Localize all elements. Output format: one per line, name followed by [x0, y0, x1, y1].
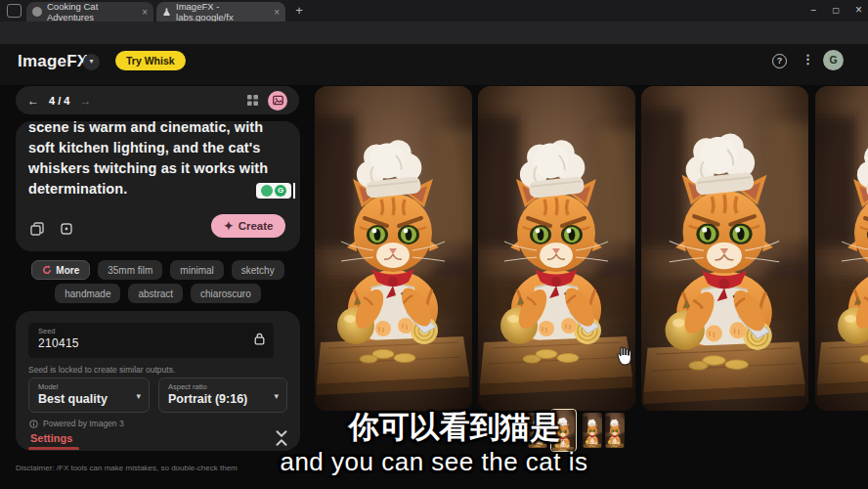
chevron-down-icon: ▾ [274, 391, 279, 401]
dice-icon[interactable] [60, 222, 73, 236]
tab1-favicon [32, 7, 42, 17]
help-icon[interactable]: ? [772, 54, 787, 68]
cat-chef-image [315, 86, 472, 411]
generated-image-3[interactable] [641, 86, 808, 411]
browser-tab-1[interactable]: Cooking Cat Adventures × [26, 2, 153, 22]
refresh-icon [42, 265, 52, 275]
tab-search-icon[interactable] [7, 4, 22, 18]
kebab-menu-icon[interactable]: ⋮ [802, 52, 814, 67]
grammarly-g-icon: G [275, 185, 286, 197]
model-select[interactable]: Model Best quality ▾ [28, 378, 150, 413]
cat-chef-image [815, 86, 868, 411]
pager-back-icon[interactable]: ← [27, 94, 39, 108]
tab1-close-icon[interactable]: × [142, 7, 148, 18]
seed-label: Seed [38, 327, 264, 335]
chip-row-2: handmade abstract chiaroscuro [16, 284, 300, 303]
grammarly-check-icon [261, 185, 273, 197]
browser-tab-strip: Cooking Cat Adventures × ImageFX - labs.… [0, 0, 868, 22]
subtitle-chinese: 你可以看到猫是 [323, 407, 586, 448]
seed-field[interactable]: Seed 210415 [28, 323, 274, 358]
window-controls: − ▢ × [811, 0, 862, 20]
generated-image-4-partial[interactable] [815, 86, 868, 411]
chevron-down-icon: ▾ [89, 57, 93, 66]
chevron-down-icon: ▾ [136, 391, 141, 401]
seed-helper-text: Seed is locked to create similar outputs… [28, 365, 287, 375]
minimize-button[interactable]: − [811, 5, 817, 16]
create-label: Create [239, 220, 274, 232]
style-chip[interactable]: handmade [55, 284, 120, 303]
style-chip[interactable]: minimal [170, 260, 223, 280]
text-cursor [293, 183, 295, 199]
aspect-ratio-value: Portrait (9:16) [168, 392, 278, 406]
tab2-title: ImageFX - labs.google/fx [176, 1, 269, 22]
cat-chef-image [478, 86, 635, 411]
screen: Cooking Cat Adventures × ImageFX - labs.… [0, 0, 868, 489]
result-pager: ← 4 / 4 → [16, 86, 299, 114]
generated-image-1[interactable] [315, 86, 472, 411]
grid-view-icon[interactable] [247, 95, 258, 106]
tab2-flask-favicon [162, 7, 171, 17]
more-chip-label: More [56, 265, 79, 276]
aspect-ratio-label: Aspect ratio [168, 382, 278, 391]
create-button[interactable]: ✦ Create [211, 214, 285, 238]
grammarly-widget[interactable]: G [256, 183, 291, 199]
title-dropdown-button[interactable]: ▾ [83, 54, 100, 70]
collapse-icon[interactable] [273, 429, 290, 447]
chip-row-1: More 35mm film minimal sketchy [16, 260, 300, 280]
pager-forward-icon[interactable]: → [79, 94, 91, 108]
account-avatar[interactable]: G [823, 50, 844, 70]
aspect-ratio-select[interactable]: Aspect ratio Portrait (9:16) ▾ [158, 378, 287, 413]
generated-image-2[interactable] [478, 86, 635, 411]
tab1-title: Cooking Cat Adventures [47, 1, 137, 22]
more-chip[interactable]: More [31, 260, 90, 280]
app-title: ImageFX [18, 52, 88, 71]
sparkle-icon: ✦ [224, 219, 234, 233]
powered-by-text: Powered by Imagen 3 [43, 419, 124, 428]
thumbnail-4[interactable] [605, 413, 625, 448]
tab2-close-icon[interactable]: × [274, 7, 280, 18]
lock-icon[interactable] [254, 333, 265, 345]
style-chip[interactable]: sketchy [232, 260, 284, 280]
maximize-button[interactable]: ▢ [832, 6, 840, 15]
subtitle-english: and you can see the cat is [0, 447, 868, 477]
hand-cursor-icon [613, 344, 636, 368]
new-tab-button[interactable]: + [291, 3, 307, 19]
settings-card: Seed 210415 Seed is locked to create sim… [16, 311, 300, 451]
try-whisk-button[interactable]: Try Whisk [115, 51, 186, 70]
cat-chef-image [641, 86, 808, 411]
info-icon [29, 420, 38, 428]
powered-by: Powered by Imagen 3 [29, 419, 124, 428]
close-window-button[interactable]: × [855, 3, 862, 17]
browser-toolbar: ← → ⟳ https://labs.google/fx/tools/image… [0, 22, 868, 44]
copy-icon[interactable] [30, 222, 44, 236]
browser-tab-2[interactable]: ImageFX - labs.google/fx × [156, 2, 285, 22]
tab-settings[interactable]: Settings [30, 432, 72, 444]
model-value: Best quality [38, 392, 140, 406]
pager-indicator: 4 / 4 [49, 95, 69, 107]
image-mode-button[interactable] [268, 91, 287, 111]
prompt-actions [30, 222, 73, 236]
model-label: Model [38, 382, 140, 391]
image-icon [273, 95, 283, 106]
prompt-textarea[interactable]: scene is warm and cinematic, with soft k… [28, 121, 287, 200]
style-chip[interactable]: abstract [128, 284, 183, 303]
seed-value[interactable]: 210415 [38, 336, 264, 350]
style-chip[interactable]: chiaroscuro [191, 284, 261, 303]
style-chip[interactable]: 35mm film [98, 260, 162, 280]
